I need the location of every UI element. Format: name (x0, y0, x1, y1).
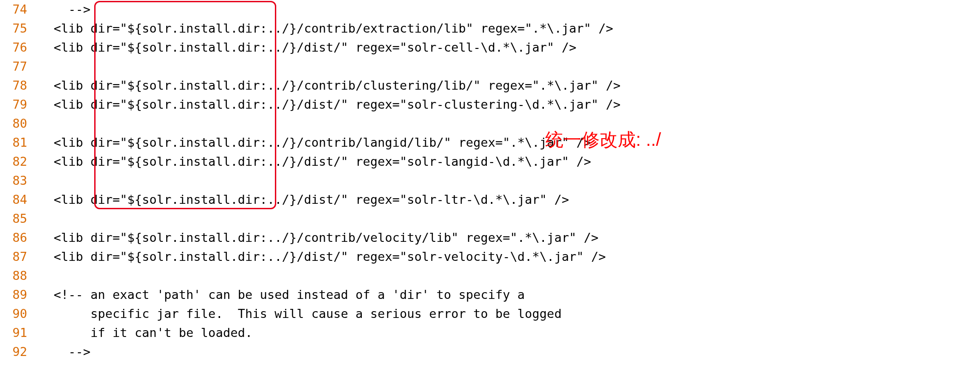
annotation-label: 统一修改成: ../ (545, 130, 661, 149)
code-text: <lib dir="${solr.install.dir:../}/contri… (39, 133, 591, 152)
line-number: 80 (0, 114, 39, 133)
code-block: 74 -->75 <lib dir="${solr.install.dir:..… (0, 0, 980, 361)
code-text: <lib dir="${solr.install.dir:../}/dist/"… (39, 152, 591, 171)
code-row: 80 (0, 114, 980, 133)
code-row: 85 (0, 209, 980, 228)
code-row: 89 <!-- an exact 'path' can be used inst… (0, 285, 980, 304)
line-number: 89 (0, 285, 39, 304)
code-text: <lib dir="${solr.install.dir:../}/dist/"… (39, 38, 576, 57)
line-number: 81 (0, 133, 39, 152)
line-number: 86 (0, 228, 39, 247)
line-number: 85 (0, 209, 39, 228)
line-number: 76 (0, 38, 39, 57)
line-number: 90 (0, 304, 39, 323)
code-text: <lib dir="${solr.install.dir:../}/contri… (39, 19, 613, 38)
line-number: 91 (0, 323, 39, 342)
code-text: <lib dir="${solr.install.dir:../}/dist/"… (39, 190, 569, 209)
code-row: 88 (0, 266, 980, 285)
code-row: 76 <lib dir="${solr.install.dir:../}/dis… (0, 38, 980, 57)
line-number: 84 (0, 190, 39, 209)
code-text: <lib dir="${solr.install.dir:../}/contri… (39, 76, 620, 95)
code-row: 87 <lib dir="${solr.install.dir:../}/dis… (0, 247, 980, 266)
code-row: 84 <lib dir="${solr.install.dir:../}/dis… (0, 190, 980, 209)
code-row: 91 if it can't be loaded. (0, 323, 980, 342)
line-number: 77 (0, 57, 39, 76)
line-number: 88 (0, 266, 39, 285)
line-number: 75 (0, 19, 39, 38)
code-text: specific jar file. This will cause a ser… (39, 304, 562, 323)
code-text: <!-- an exact 'path' can be used instead… (39, 285, 525, 304)
code-text: --> (39, 342, 91, 361)
line-number: 87 (0, 247, 39, 266)
line-number: 78 (0, 76, 39, 95)
code-text: <lib dir="${solr.install.dir:../}/dist/"… (39, 95, 620, 114)
code-row: 90 specific jar file. This will cause a … (0, 304, 980, 323)
code-row: 83 (0, 171, 980, 190)
code-text: if it can't be loaded. (39, 323, 252, 342)
line-number: 74 (0, 0, 39, 19)
code-text: --> (39, 0, 91, 19)
code-row: 77 (0, 57, 980, 76)
line-number: 92 (0, 342, 39, 361)
code-row: 86 <lib dir="${solr.install.dir:../}/con… (0, 228, 980, 247)
code-row: 74 --> (0, 0, 980, 19)
code-row: 81 <lib dir="${solr.install.dir:../}/con… (0, 133, 980, 152)
code-text: <lib dir="${solr.install.dir:../}/dist/"… (39, 247, 606, 266)
code-row: 78 <lib dir="${solr.install.dir:../}/con… (0, 76, 980, 95)
line-number: 79 (0, 95, 39, 114)
code-row: 82 <lib dir="${solr.install.dir:../}/dis… (0, 152, 980, 171)
code-text: <lib dir="${solr.install.dir:../}/contri… (39, 228, 598, 247)
code-row: 79 <lib dir="${solr.install.dir:../}/dis… (0, 95, 980, 114)
code-row: 92 --> (0, 342, 980, 361)
line-number: 83 (0, 171, 39, 190)
code-row: 75 <lib dir="${solr.install.dir:../}/con… (0, 19, 980, 38)
line-number: 82 (0, 152, 39, 171)
